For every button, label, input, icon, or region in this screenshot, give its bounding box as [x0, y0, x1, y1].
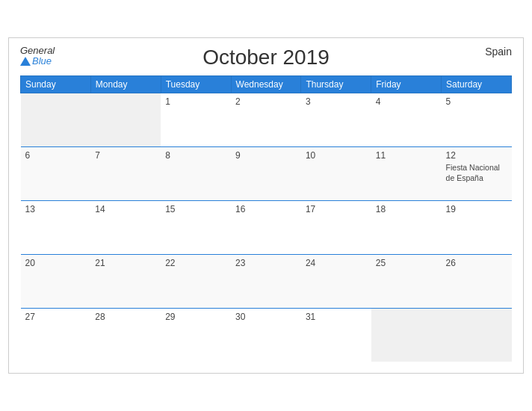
- day-cell: 29: [161, 308, 231, 362]
- day-cell: 8: [161, 146, 231, 200]
- day-cell: 30: [231, 308, 301, 362]
- day-number: 13: [25, 204, 87, 214]
- day-number: 7: [95, 150, 156, 161]
- weekday-header-row: Sunday Monday Tuesday Wednesday Thursday…: [21, 75, 512, 93]
- col-friday: Friday: [371, 75, 442, 93]
- day-number: 5: [446, 96, 507, 107]
- calendar-container: General Blue October 2019 Spain Sunday M…: [8, 37, 524, 374]
- day-number: 20: [25, 258, 87, 268]
- day-number: 16: [235, 204, 297, 214]
- day-cell: 24: [301, 254, 371, 308]
- col-sunday: Sunday: [21, 75, 91, 93]
- day-cell: 18: [371, 200, 442, 254]
- day-number: 29: [165, 312, 226, 322]
- day-cell: 6: [21, 146, 91, 200]
- logo-general-text: General: [20, 46, 55, 56]
- day-cell: 7: [90, 146, 161, 200]
- calendar-thead: Sunday Monday Tuesday Wednesday Thursday…: [21, 75, 512, 93]
- day-number: 10: [306, 150, 367, 161]
- day-number: 11: [376, 150, 437, 161]
- day-cell: 25: [371, 254, 442, 308]
- day-cell: 16: [231, 200, 301, 254]
- day-number: 24: [306, 258, 367, 268]
- day-number: 8: [165, 150, 226, 161]
- day-number: 28: [95, 312, 156, 322]
- day-number: 2: [235, 96, 297, 107]
- logo: General Blue: [20, 46, 55, 67]
- day-cell: 14: [90, 200, 161, 254]
- day-cell: 17: [301, 200, 371, 254]
- day-cell: [90, 93, 161, 146]
- day-number: 3: [306, 96, 367, 107]
- day-cell: 28: [90, 308, 161, 362]
- day-cell: 26: [442, 254, 512, 308]
- day-cell: 12Fiesta Nacional de España: [442, 146, 512, 200]
- day-cell: 3: [301, 93, 371, 146]
- day-cell: 9: [231, 146, 301, 200]
- day-number: 23: [235, 258, 297, 268]
- day-number: 30: [235, 312, 297, 322]
- day-cell: 23: [231, 254, 301, 308]
- day-number: 26: [446, 258, 507, 268]
- event-text: Fiesta Nacional de España: [446, 163, 500, 183]
- day-number: 27: [25, 312, 87, 322]
- day-number: 31: [306, 312, 367, 322]
- day-cell: 13: [21, 200, 91, 254]
- day-cell: [21, 93, 91, 146]
- week-row-3: 13141516171819: [21, 200, 512, 254]
- day-number: 9: [235, 150, 297, 161]
- day-number: 25: [376, 258, 437, 268]
- col-monday: Monday: [90, 75, 161, 93]
- logo-triangle-icon: [20, 57, 31, 66]
- day-number: 14: [95, 204, 156, 214]
- day-number: 1: [165, 96, 226, 107]
- day-cell: [371, 308, 442, 362]
- day-cell: 10: [301, 146, 371, 200]
- week-row-2: 6789101112Fiesta Nacional de España: [21, 146, 512, 200]
- day-cell: 31: [301, 308, 371, 362]
- country-label: Spain: [485, 46, 512, 58]
- day-number: 4: [376, 96, 437, 107]
- day-cell: 5: [442, 93, 512, 146]
- week-row-4: 20212223242526: [21, 254, 512, 308]
- day-cell: 21: [90, 254, 161, 308]
- day-number: 15: [165, 204, 226, 214]
- day-cell: 19: [442, 200, 512, 254]
- day-number: 6: [25, 150, 87, 161]
- calendar-body: 123456789101112Fiesta Nacional de España…: [21, 93, 512, 362]
- day-number: 12: [446, 150, 507, 161]
- day-cell: 20: [21, 254, 91, 308]
- col-wednesday: Wednesday: [231, 75, 301, 93]
- day-cell: 4: [371, 93, 442, 146]
- day-number: 18: [376, 204, 437, 214]
- col-tuesday: Tuesday: [161, 75, 231, 93]
- day-cell: 22: [161, 254, 231, 308]
- logo-blue-text: Blue: [20, 56, 55, 67]
- day-number: 22: [165, 258, 226, 268]
- calendar-header: General Blue October 2019 Spain: [20, 46, 512, 69]
- day-cell: 11: [371, 146, 442, 200]
- day-cell: 15: [161, 200, 231, 254]
- day-number: 17: [306, 204, 367, 214]
- day-cell: 27: [21, 308, 91, 362]
- day-cell: [442, 308, 512, 362]
- col-saturday: Saturday: [442, 75, 512, 93]
- day-number: 21: [95, 258, 156, 268]
- week-row-1: 12345: [21, 93, 512, 146]
- week-row-5: 2728293031: [21, 308, 512, 362]
- day-cell: 2: [231, 93, 301, 146]
- day-number: 19: [446, 204, 507, 214]
- calendar-grid: Sunday Monday Tuesday Wednesday Thursday…: [20, 75, 512, 362]
- col-thursday: Thursday: [301, 75, 371, 93]
- calendar-title: October 2019: [202, 46, 330, 69]
- day-cell: 1: [161, 93, 231, 146]
